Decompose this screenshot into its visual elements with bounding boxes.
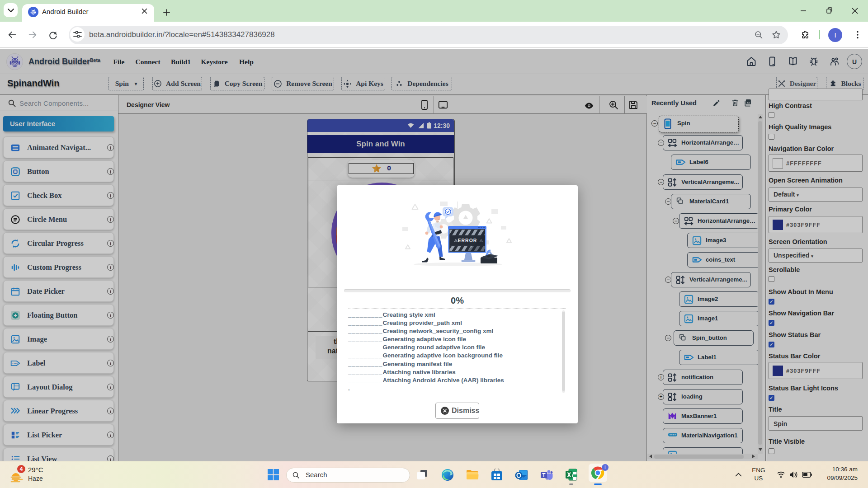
- svg-text:ERROR: ERROR: [458, 238, 477, 243]
